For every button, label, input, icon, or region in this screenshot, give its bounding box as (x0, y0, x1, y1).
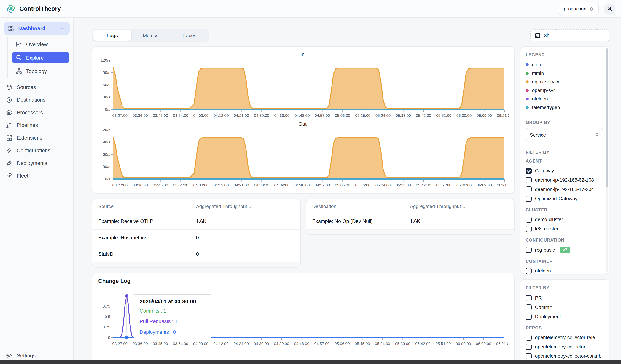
table-row[interactable]: Example: Hostmetrics 0 (92, 229, 300, 246)
checkbox[interactable] (526, 226, 532, 232)
legend-item[interactable]: mmin (526, 69, 603, 77)
destination-table-body: Example: No Op (Dev Null) 1.6K (306, 213, 514, 229)
throughput-column-header[interactable]: Aggregated Throughput ↓ (404, 204, 514, 209)
svg-text:06:00:00: 06:00:00 (456, 113, 472, 118)
sidebar-item-overview[interactable]: Overview (12, 38, 69, 50)
blocks-icon (6, 134, 12, 141)
user-icon (606, 6, 613, 12)
sidebar-item-extensions[interactable]: Extensions (0, 131, 73, 144)
checkbox[interactable] (526, 344, 532, 350)
svg-text:04:21:00: 04:21:00 (234, 183, 249, 187)
filter-option[interactable]: opentelemetry-collector-contrib (526, 351, 603, 361)
legend-item[interactable]: nginx-service (526, 77, 603, 86)
sidebar-item-explore[interactable]: Explore (12, 52, 69, 63)
legend-item[interactable]: ctotel (526, 60, 603, 69)
checkbox[interactable] (526, 186, 532, 192)
checkbox[interactable] (526, 247, 532, 253)
checkbox[interactable] (526, 216, 532, 222)
chart-tooltip: 2025/04/01 at 03:30:00 Commits : 1 Pull … (134, 294, 211, 341)
filter-option[interactable]: PR (526, 293, 603, 303)
time-range-value: 3h (544, 33, 550, 38)
sidebar-item-processors[interactable]: Processors (0, 106, 73, 119)
filter-by-heading: FILTER BY (526, 285, 603, 290)
checkbox[interactable] (526, 304, 532, 310)
group-by-select[interactable]: Service (526, 128, 603, 141)
svg-text:0: 0 (108, 335, 110, 340)
svg-text:06:21:00: 06:21:00 (497, 113, 509, 118)
legend-item[interactable]: telemetrygen (526, 103, 603, 112)
brand-name: ControlTheory (19, 5, 61, 12)
svg-text:05:33:00: 05:33:00 (395, 342, 411, 346)
tab-logs[interactable]: Logs (93, 30, 131, 41)
cube-icon (6, 84, 12, 90)
filter-option[interactable]: rbg-basic v7 (526, 245, 603, 255)
checkbox[interactable] (526, 177, 532, 183)
tab-metrics[interactable]: Metrics (131, 30, 170, 41)
legend-dot (526, 106, 529, 109)
subnav-guide-line (7, 37, 8, 78)
checkbox[interactable] (526, 314, 532, 319)
filter-option[interactable]: daemon-ip-192-168-17-204 (526, 185, 603, 194)
sidebar-item-dashboard[interactable]: Dashboard (4, 22, 70, 35)
time-range-button[interactable]: 3h (530, 29, 609, 41)
sidebar-item-configurations[interactable]: Configurations (0, 144, 73, 157)
sidebar-item-label: Sources (17, 84, 36, 90)
svg-text:03:36:00: 03:36:00 (133, 183, 148, 187)
changelog-type-options: PR Commit Deployment (526, 293, 603, 321)
in-chart-svg: 0/s30/s60/s90/s120/s03:27:0003:36:0003:4… (96, 58, 509, 119)
checkbox[interactable] (526, 295, 532, 301)
out-chart[interactable]: 0/s30/s60/s90/s120/s03:27:0003:36:0003:4… (96, 128, 509, 189)
sidebar: Dashboard Overview Explore (0, 18, 74, 364)
scrollbar-thumb[interactable] (606, 48, 608, 187)
filter-option[interactable]: Deployment (526, 312, 603, 321)
sidebar-item-fleet[interactable]: Fleet (0, 169, 73, 182)
sidebar-item-label: Configurations (17, 147, 51, 153)
filter-option[interactable]: opentelemetry-collector-releases (526, 333, 603, 342)
svg-text:60/s: 60/s (103, 152, 110, 156)
table-row[interactable]: Example: Receive OTLP 1.6K (92, 213, 300, 229)
checkbox[interactable] (526, 268, 532, 274)
filter-option[interactable]: k8s-cluster (526, 224, 603, 233)
sidebar-item-sources[interactable]: Sources (0, 81, 73, 93)
change-log-chart[interactable]: 00.250.50.75103:27:0003:36:0003:45:0003:… (98, 294, 508, 347)
checkbox[interactable] (526, 168, 532, 174)
filter-option[interactable]: daemon-ip-192-168-62-168 (526, 175, 603, 185)
checkbox[interactable] (526, 196, 532, 201)
sidebar-item-label: Settings (17, 352, 35, 358)
svg-text:60/s: 60/s (103, 83, 110, 87)
agent-heading: AGENT (526, 159, 603, 163)
table-row[interactable]: Example: No Op (Dev Null) 1.6K (306, 213, 514, 229)
svg-text:03:54:00: 03:54:00 (173, 183, 188, 187)
brand-logo[interactable]: ControlTheory (6, 4, 61, 14)
filter-option[interactable]: Gateway (526, 166, 603, 175)
svg-text:04:57:00: 04:57:00 (314, 342, 329, 346)
source-column-header[interactable]: Source (92, 204, 190, 209)
sidebar-item-topology[interactable]: Topology (12, 65, 69, 77)
filter-option[interactable]: Optimized-Gateway (526, 194, 603, 203)
version-badge: v7 (560, 247, 570, 253)
filter-option[interactable]: demo-cluster (526, 215, 603, 224)
user-avatar[interactable] (604, 3, 615, 14)
legend-item[interactable]: opamp-svr (526, 86, 603, 95)
repo-options: opentelemetry-collector-releases opentel… (526, 333, 603, 364)
table-row[interactable]: StatsD 0 (92, 246, 300, 262)
destination-column-header[interactable]: Destination (306, 204, 404, 209)
legend-item[interactable]: otelgen (526, 95, 603, 103)
filter-option[interactable]: Commit (526, 303, 603, 312)
throughput-column-header[interactable]: Aggregated Throughput ↓ (190, 204, 300, 209)
svg-text:03:36:00: 03:36:00 (133, 342, 148, 346)
svg-text:04:30:00: 04:30:00 (254, 113, 269, 118)
environment-selector[interactable]: production (559, 3, 599, 15)
filter-option[interactable]: opentelemetry-collector (526, 342, 603, 351)
tab-traces[interactable]: Traces (170, 30, 208, 41)
container-heading: CONTAINER (526, 259, 603, 264)
sidebar-item-deployments[interactable]: Deployments (0, 157, 73, 169)
sidebar-item-destinations[interactable]: Destinations (0, 93, 73, 106)
checkbox[interactable] (526, 353, 532, 359)
search-icon (16, 54, 22, 61)
in-chart[interactable]: 0/s30/s60/s90/s120/s03:27:0003:36:0003:4… (96, 58, 509, 119)
sidebar-item-pipelines[interactable]: Pipelines (0, 119, 73, 131)
legend-label: mmin (532, 70, 544, 76)
checkbox[interactable] (526, 334, 532, 340)
filter-option[interactable]: otelgen (526, 266, 603, 274)
